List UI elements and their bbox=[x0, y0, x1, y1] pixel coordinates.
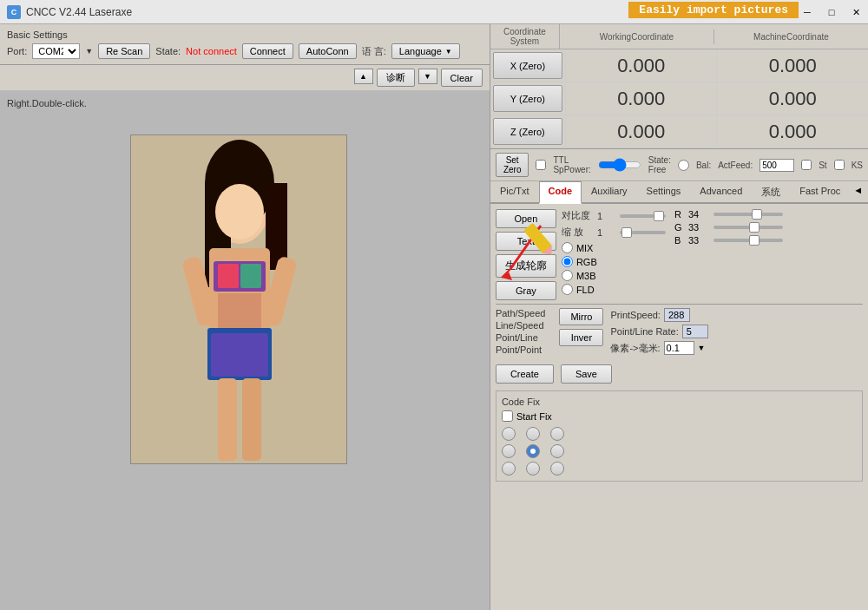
actfeed-input[interactable] bbox=[760, 159, 794, 172]
start-fix-checkbox[interactable] bbox=[502, 410, 513, 422]
canvas-image bbox=[130, 134, 347, 464]
st-label: St bbox=[819, 161, 826, 170]
print-speed-row: PrintSpeed: 288 bbox=[610, 308, 707, 322]
fix-radio-8[interactable] bbox=[550, 462, 564, 476]
pixel-dropdown-arrow[interactable]: ▼ bbox=[698, 344, 706, 352]
connect-button[interactable]: Connect bbox=[242, 43, 293, 59]
y-machine-value: 0.000 bbox=[716, 82, 868, 115]
g-label: G bbox=[674, 222, 685, 233]
bal-radio[interactable] bbox=[678, 160, 689, 171]
scale-slider-track[interactable] bbox=[620, 231, 666, 234]
fix-radio-0[interactable] bbox=[502, 427, 516, 441]
fix-radio-7[interactable] bbox=[526, 462, 540, 476]
tab-fast-proc[interactable]: Fast Proc bbox=[790, 181, 850, 202]
rgb-label: RGB bbox=[576, 257, 597, 267]
scale-slider-thumb[interactable] bbox=[621, 227, 632, 238]
tab-arrow[interactable]: ◄ bbox=[850, 181, 866, 202]
start-fix-row: Start Fix bbox=[502, 410, 857, 422]
mode-radio-group: MIX RGB M3B bbox=[562, 242, 666, 295]
fix-grid bbox=[502, 427, 857, 476]
text-button[interactable]: Text bbox=[496, 232, 556, 251]
actfeed-label: ActFeed: bbox=[718, 161, 753, 170]
fix-radio-6[interactable] bbox=[502, 462, 516, 476]
tab-pic-txt[interactable]: Pic/Txt bbox=[490, 181, 539, 202]
mix-label: MIX bbox=[576, 243, 594, 253]
g-slider-track[interactable] bbox=[713, 226, 783, 229]
fix-radio-5[interactable] bbox=[550, 444, 564, 458]
fld-radio[interactable] bbox=[562, 284, 573, 295]
scroll-up-button[interactable]: ▲ bbox=[354, 69, 373, 84]
tab-auxiliary[interactable]: Auxiliary bbox=[582, 181, 637, 202]
ttl-slider[interactable] bbox=[598, 159, 641, 171]
promo-banner: Easily import pictures bbox=[628, 2, 799, 18]
b-slider-track[interactable] bbox=[713, 239, 783, 242]
scale-value: 1 bbox=[597, 227, 615, 238]
line-speed-label: Line/Speed bbox=[496, 320, 546, 331]
tab-settings[interactable]: Settings bbox=[637, 181, 691, 202]
contrast-label: 对比度 bbox=[562, 209, 592, 222]
fix-radio-1[interactable] bbox=[526, 427, 540, 441]
clear-button[interactable]: Clear bbox=[441, 69, 483, 87]
open-button[interactable]: Open bbox=[496, 209, 556, 228]
mirror-button[interactable]: Mirro bbox=[559, 308, 603, 325]
bal-label: Bal: bbox=[696, 161, 711, 170]
create-button[interactable]: Create bbox=[496, 364, 554, 384]
left-panel: Basic Settings Port: COM2 ▼ Re Scan Stat… bbox=[0, 24, 490, 610]
contrast-slider-track[interactable] bbox=[620, 214, 666, 218]
port-dropdown-arrow[interactable]: ▼ bbox=[85, 47, 93, 56]
rescan-button[interactable]: Re Scan bbox=[98, 43, 150, 59]
ttl-checkbox[interactable] bbox=[536, 160, 546, 170]
basic-settings-bar: Basic Settings Port: COM2 ▼ Re Scan Stat… bbox=[0, 24, 490, 65]
rgb-radio[interactable] bbox=[562, 256, 573, 267]
z-zero-button[interactable]: Z (Zero) bbox=[493, 118, 562, 145]
r-slider-thumb[interactable] bbox=[752, 209, 762, 220]
coord-system-label: Coordinate System bbox=[490, 24, 560, 49]
tab-code[interactable]: Code bbox=[539, 181, 582, 204]
language-button[interactable]: Language ▼ bbox=[391, 43, 460, 59]
y-zero-button[interactable]: Y (Zero) bbox=[493, 85, 562, 112]
save-button[interactable]: Save bbox=[561, 364, 612, 384]
diagnose-button[interactable]: 诊断 bbox=[377, 69, 415, 87]
ks-checkbox[interactable] bbox=[834, 160, 845, 170]
x-coord-row: X (Zero) 0.000 0.000 bbox=[490, 49, 868, 82]
pixel-row: 像素->毫米: ▼ bbox=[610, 341, 707, 355]
state-label: State: bbox=[155, 46, 181, 56]
tab-advanced[interactable]: Advanced bbox=[690, 181, 752, 202]
g-slider-thumb[interactable] bbox=[749, 222, 760, 233]
maximize-button[interactable]: □ bbox=[819, 0, 844, 24]
generate-button[interactable]: 生成轮廓 bbox=[496, 254, 556, 278]
tab-content: Open Text 生成轮廓 Gray 对比度 1 bbox=[490, 204, 868, 610]
r-slider-track[interactable] bbox=[713, 213, 783, 216]
contrast-row: 对比度 1 bbox=[562, 209, 666, 222]
set-zero-button[interactable]: Set Zero bbox=[496, 153, 529, 177]
fix-radio-3[interactable] bbox=[502, 444, 516, 458]
machine-coord-label: MachineCoordinate bbox=[714, 30, 868, 44]
pixel-input[interactable] bbox=[664, 341, 694, 355]
mix-radio[interactable] bbox=[562, 242, 573, 253]
fix-radio-4[interactable] bbox=[526, 444, 540, 458]
close-button[interactable]: ✕ bbox=[844, 0, 868, 24]
contrast-slider-thumb[interactable] bbox=[654, 211, 664, 221]
autoconn-button[interactable]: AutoConn bbox=[299, 43, 357, 59]
inver-button[interactable]: Inver bbox=[559, 329, 603, 346]
scroll-down-button[interactable]: ▼ bbox=[418, 69, 437, 84]
canvas-area[interactable]: Right.Double-click. bbox=[0, 91, 490, 610]
rgb-radio-row: RGB bbox=[562, 256, 666, 267]
fix-radio-2[interactable] bbox=[550, 427, 564, 441]
m3b-radio-row: M3B bbox=[562, 270, 666, 281]
app-title: CNCC V2.44 Laseraxe bbox=[26, 6, 132, 18]
code-left-section: Open Text 生成轮廓 Gray 对比度 1 bbox=[496, 209, 666, 300]
tab-system[interactable]: 系统 bbox=[752, 181, 790, 202]
y-coord-row: Y (Zero) 0.000 0.000 bbox=[490, 82, 868, 115]
m3b-label: M3B bbox=[576, 271, 596, 281]
svg-rect-15 bbox=[218, 378, 237, 461]
b-slider-thumb[interactable] bbox=[749, 235, 760, 246]
x-zero-button[interactable]: X (Zero) bbox=[493, 52, 562, 79]
gray-button[interactable]: Gray bbox=[496, 281, 556, 300]
z-coord-row: Z (Zero) 0.000 0.000 bbox=[490, 115, 868, 148]
m3b-radio[interactable] bbox=[562, 270, 573, 281]
port-select[interactable]: COM2 bbox=[32, 43, 80, 59]
minimize-button[interactable]: ─ bbox=[795, 0, 819, 24]
x-working-value: 0.000 bbox=[565, 49, 717, 82]
st-checkbox[interactable] bbox=[801, 160, 812, 170]
